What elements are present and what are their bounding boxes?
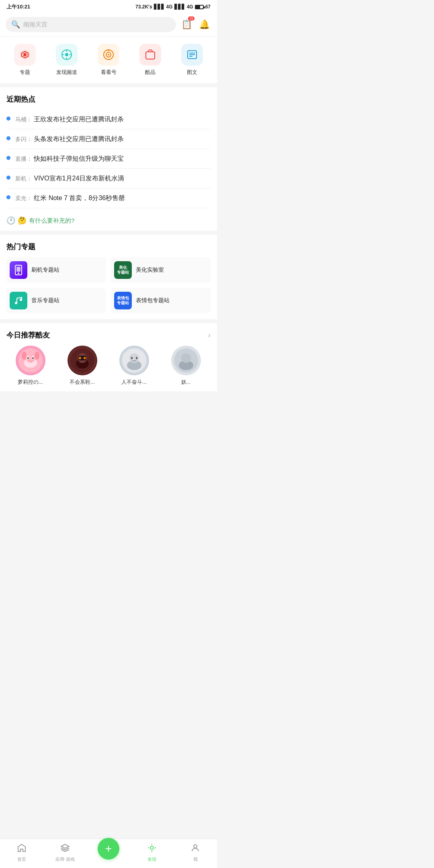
- hot-section-title: 近期热点: [6, 94, 211, 104]
- svg-point-21: [15, 302, 17, 304]
- svg-rect-13: [146, 52, 155, 59]
- search-placeholder: 闹闹天宫: [23, 21, 47, 29]
- friend-card-2[interactable]: 不会系鞋...: [58, 346, 106, 386]
- supplement-text: 有什么要补充的?: [29, 217, 74, 225]
- kupin-icon: [139, 44, 161, 66]
- search-input-wrap[interactable]: 🔍 闹闹天宫: [6, 17, 176, 32]
- hot-dot: [6, 117, 10, 121]
- friends-section-title: 今日推荐酷友: [6, 330, 50, 340]
- hot-text-5: 红米 Note 7 首卖，8分36秒售罄: [34, 194, 125, 201]
- meihua-thumb: 美化专题站: [114, 261, 132, 279]
- hot-section: 近期热点 马桶： 王欣发布社交应用已遭腾讯封杀 多闪： 头条发布社交应用已遭腾讯…: [0, 87, 217, 231]
- category-kankan-label: 看看号: [101, 69, 117, 76]
- inbox-badge: 39: [188, 16, 194, 20]
- faxian-icon: [56, 44, 78, 66]
- status-bar: 上午10:21 73.2K's ▋▋▋ 4G ▋▋▋ 4G 67: [0, 0, 217, 13]
- friends-more-arrow[interactable]: ›: [208, 331, 211, 340]
- shuaji-thumb: [10, 261, 27, 279]
- friend-card-1[interactable]: 萝莉控の...: [6, 346, 54, 386]
- svg-point-42: [136, 357, 137, 359]
- hot-item-5[interactable]: 卖光： 红米 Note 7 首卖，8分36秒售罄: [6, 188, 211, 208]
- svg-point-11: [108, 54, 109, 55]
- network1: 4G: [166, 4, 173, 10]
- hot-text-3: 快如科技子弹短信升级为聊天宝: [34, 155, 124, 162]
- category-zhuanti[interactable]: 专题: [9, 44, 41, 76]
- zhuanti-icon: [14, 44, 36, 66]
- friend-name-3: 人不奋斗...: [121, 379, 147, 386]
- svg-point-28: [27, 357, 29, 359]
- hot-dot: [6, 136, 10, 140]
- category-tuwen[interactable]: 图文: [176, 44, 208, 76]
- friends-section-header: 今日推荐酷友 ›: [6, 330, 211, 340]
- topic-shuaji-name: 刷机专题站: [31, 266, 59, 274]
- hot-item-4[interactable]: 新机： VIVO宣布1月24日发布新机水滴: [6, 169, 211, 188]
- friend-avatar-2: [68, 346, 97, 375]
- signal-text: 73.2K's: [135, 4, 152, 10]
- friend-name-1: 萝莉控の...: [18, 379, 43, 386]
- status-right: 73.2K's ▋▋▋ 4G ▋▋▋ 4G 67: [135, 4, 211, 10]
- friend-card-3[interactable]: 人不奋斗...: [110, 346, 158, 386]
- category-section: 专题 发现频道: [0, 37, 217, 83]
- hot-item-1[interactable]: 马桶： 王欣发布社交应用已遭腾讯封杀: [6, 110, 211, 129]
- category-faxian-label: 发现频道: [56, 69, 77, 76]
- topic-grid: 刷机专题站 美化专题站 美化实验室 音乐专题站: [6, 257, 211, 313]
- topic-section: 热门专题 刷机专题站 美化专题站 美化实验室: [0, 235, 217, 319]
- category-kupin-label: 酷品: [145, 69, 156, 76]
- topic-meihua-name: 美化实验室: [136, 266, 164, 274]
- bell-icon: 🔔: [199, 19, 210, 30]
- hot-tag-1: 马桶：: [15, 116, 32, 123]
- topic-biaoqing-name: 表情包专题站: [136, 297, 170, 304]
- friend-avatar-3: [119, 346, 149, 375]
- topic-section-title: 热门专题: [6, 242, 211, 252]
- hot-item-3[interactable]: 直播： 快如科技子弹短信升级为聊天宝: [6, 149, 211, 169]
- svg-point-4: [65, 53, 68, 56]
- svg-point-31: [35, 352, 39, 360]
- topic-shuaji[interactable]: 刷机专题站: [6, 257, 106, 283]
- category-kupin[interactable]: 酷品: [134, 44, 166, 76]
- inbox-button[interactable]: 📋 39: [179, 17, 194, 32]
- topic-yinyue[interactable]: 音乐专题站: [6, 288, 106, 313]
- hot-text-2: 头条发布社交应用已遭腾讯封杀: [34, 135, 124, 142]
- supplement-row[interactable]: 🕐 🤔 有什么要补充的?: [6, 214, 211, 225]
- svg-point-36: [79, 357, 81, 359]
- category-faxian[interactable]: 发现频道: [51, 44, 83, 76]
- friends-row: 萝莉控の... 不会系鞋...: [6, 346, 211, 386]
- signal-bars2: ▋▋▋: [174, 4, 185, 10]
- signal-bars: ▋▋▋: [154, 4, 165, 10]
- hot-dot: [6, 176, 10, 180]
- search-icon: 🔍: [11, 20, 20, 29]
- svg-point-12: [108, 49, 109, 51]
- svg-point-45: [181, 353, 191, 363]
- biaoqing-thumb: 表情包专题站: [114, 292, 132, 309]
- friend-avatar-1: [16, 346, 45, 375]
- hot-dot: [6, 195, 10, 199]
- svg-point-30: [22, 352, 27, 360]
- category-tuwen-label: 图文: [187, 69, 197, 76]
- friend-avatar-4: [171, 346, 201, 375]
- hot-item-2[interactable]: 多闪： 头条发布社交应用已遭腾讯封杀: [6, 129, 211, 149]
- thinking-emoji: 🤔: [18, 216, 27, 225]
- topic-biaoqing[interactable]: 表情包专题站 表情包专题站: [111, 288, 211, 313]
- network2: 4G: [187, 4, 193, 10]
- hot-dot: [6, 156, 10, 160]
- search-bar: 🔍 闹闹天宫 📋 39 🔔: [0, 13, 217, 37]
- hot-tag-5: 卖光：: [15, 195, 32, 201]
- friend-name-4: 妖...: [181, 379, 191, 386]
- status-time: 上午10:21: [6, 3, 30, 10]
- svg-point-22: [20, 299, 22, 301]
- friend-card-4[interactable]: 妖...: [162, 346, 210, 386]
- topic-yinyue-name: 音乐专题站: [31, 297, 59, 304]
- category-kankan[interactable]: 看看号: [92, 44, 125, 76]
- svg-point-29: [32, 357, 34, 359]
- notification-button[interactable]: 🔔: [197, 17, 211, 32]
- hot-tag-4: 新机：: [15, 175, 32, 182]
- friend-name-2: 不会系鞋...: [70, 379, 95, 386]
- friends-section: 今日推荐酷友 ›: [0, 323, 217, 391]
- hot-text-4: VIVO宣布1月24日发布新机水滴: [34, 175, 124, 182]
- hot-tag-2: 多闪：: [15, 136, 32, 142]
- svg-point-40: [129, 353, 139, 363]
- svg-point-37: [84, 357, 86, 359]
- svg-point-2: [23, 53, 27, 56]
- topic-meihua[interactable]: 美化专题站 美化实验室: [111, 257, 211, 283]
- yinyue-thumb: [10, 292, 27, 309]
